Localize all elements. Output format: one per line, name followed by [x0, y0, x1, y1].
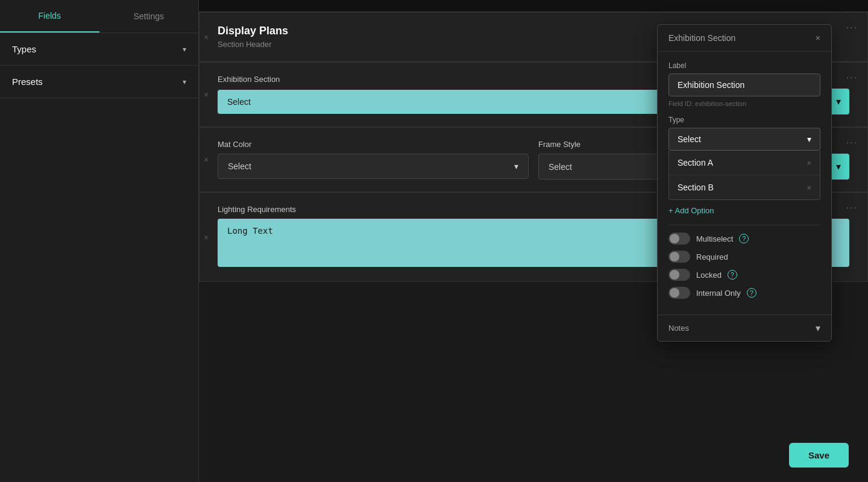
label-field-label: Label	[668, 61, 820, 70]
option-section-a-label: Section A	[678, 158, 713, 167]
mat-color-select[interactable]: Select ▾	[218, 154, 529, 179]
chevron-down-icon: ▾	[514, 161, 518, 171]
chevron-down-icon: ▾	[816, 322, 820, 334]
label-input[interactable]	[668, 74, 820, 96]
chevron-down-icon: ▾	[836, 161, 841, 172]
locked-label: Locked	[696, 271, 722, 280]
tab-settings[interactable]: Settings	[99, 0, 199, 33]
internal-only-help-icon[interactable]: ?	[747, 288, 756, 298]
sidebar-section-presets[interactable]: Presets ▾	[0, 66, 198, 98]
notes-label: Notes	[668, 324, 689, 333]
add-option-btn[interactable]: + Add Option	[668, 200, 820, 218]
option-section-a: Section A ×	[669, 151, 820, 175]
locked-help-icon[interactable]: ?	[728, 270, 737, 280]
option-remove-icon[interactable]: ×	[807, 183, 811, 192]
internal-only-toggle[interactable]	[668, 287, 690, 299]
notes-row[interactable]: Notes ▾	[658, 315, 831, 341]
option-section-b: Section B ×	[669, 175, 820, 199]
block-close-icon[interactable]: ×	[204, 90, 209, 99]
toggle-required: Required	[668, 251, 820, 263]
sidebar-section-types[interactable]: Types ▾	[0, 33, 198, 66]
panel-close-icon[interactable]: ×	[816, 33, 820, 43]
sidebar: Fields Settings Types ▾ Presets ▾	[0, 0, 199, 482]
toggle-multiselect: Multiselect ?	[668, 233, 820, 245]
section-menu-icon[interactable]: ···	[846, 22, 858, 33]
type-field-label: Type	[668, 116, 820, 124]
chevron-down-icon: ▾	[183, 78, 186, 86]
exhibition-section-panel: Exhibition Section × Label Field ID: exh…	[657, 24, 832, 342]
required-toggle[interactable]	[668, 251, 690, 263]
block-close-icon[interactable]: ×	[204, 33, 209, 42]
sidebar-tabs: Fields Settings	[0, 0, 198, 33]
chevron-down-icon: ▾	[836, 96, 841, 107]
locked-toggle[interactable]	[668, 269, 690, 281]
options-list: Section A × Section B ×	[668, 151, 820, 200]
save-button[interactable]: Save	[789, 443, 849, 468]
toggle-internal-only: Internal Only ?	[668, 287, 820, 299]
multiselect-help-icon[interactable]: ?	[739, 234, 749, 243]
sidebar-presets-label: Presets	[12, 77, 43, 87]
panel-title: Exhibition Section	[668, 33, 735, 43]
field-id-text: Field ID: exhibition-section	[668, 100, 820, 107]
mat-color-label: Mat Color	[218, 140, 529, 149]
tab-fields[interactable]: Fields	[0, 0, 99, 33]
mat-color-value: Select	[228, 161, 251, 171]
mat-color-field: Mat Color Select ▾	[218, 140, 529, 180]
chevron-down-icon: ▾	[807, 134, 811, 144]
multiselect-label: Multiselect	[696, 234, 733, 243]
toggle-locked: Locked ?	[668, 269, 820, 281]
panel-header: Exhibition Section ×	[658, 25, 831, 52]
type-select[interactable]: Select ▾	[668, 128, 820, 151]
option-section-b-label: Section B	[678, 183, 714, 192]
sidebar-types-label: Types	[12, 44, 36, 54]
top-bar	[199, 0, 868, 12]
internal-only-label: Internal Only	[696, 289, 741, 298]
chevron-down-icon: ▾	[183, 45, 186, 54]
multiselect-toggle[interactable]	[668, 233, 690, 245]
frame-style-value: Select	[549, 162, 572, 172]
type-select-value: Select	[678, 134, 701, 144]
panel-body: Label Field ID: exhibition-section Type …	[658, 52, 831, 315]
block-close-icon[interactable]: ×	[204, 155, 209, 164]
block-close-icon[interactable]: ×	[204, 233, 209, 242]
divider	[668, 225, 820, 225]
option-remove-icon[interactable]: ×	[807, 158, 811, 167]
required-label: Required	[696, 252, 728, 261]
